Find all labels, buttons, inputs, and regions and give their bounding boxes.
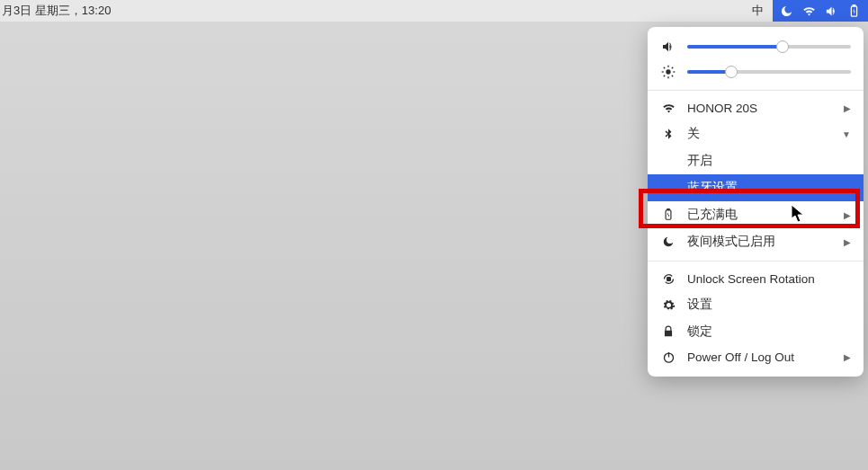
volume-slider-row bbox=[648, 34, 864, 59]
bluetooth-label: 关 bbox=[687, 126, 831, 142]
power-status-item[interactable]: 已充满电 ▶ bbox=[648, 201, 864, 228]
svg-line-10 bbox=[672, 67, 673, 68]
chevron-right-icon: ▶ bbox=[844, 103, 851, 113]
wifi-label: HONOR 20S bbox=[687, 102, 833, 115]
volume-icon bbox=[825, 4, 838, 18]
night-mode-icon bbox=[660, 235, 676, 248]
svg-line-5 bbox=[664, 67, 665, 68]
svg-line-6 bbox=[672, 75, 673, 76]
divider bbox=[648, 90, 864, 91]
top-bar: 月3日 星期三，13:20 中 bbox=[0, 0, 868, 22]
power-off-label: Power Off / Log Out bbox=[687, 350, 833, 364]
svg-rect-13 bbox=[667, 278, 670, 281]
bluetooth-menu-item[interactable]: 关 ▼ bbox=[648, 120, 864, 147]
power-status-label: 已充满电 bbox=[687, 207, 833, 223]
topbar-right: 中 bbox=[743, 0, 868, 22]
settings-label: 设置 bbox=[687, 297, 851, 313]
night-mode-item[interactable]: 夜间模式已启用 ▶ bbox=[648, 228, 864, 255]
rotation-lock-icon bbox=[660, 272, 676, 286]
brightness-icon bbox=[660, 65, 676, 79]
lock-icon bbox=[660, 325, 676, 338]
bluetooth-on-item[interactable]: 开启 bbox=[648, 147, 864, 174]
night-mode-icon bbox=[780, 4, 793, 18]
chevron-right-icon: ▶ bbox=[844, 352, 851, 362]
volume-slider[interactable] bbox=[687, 45, 851, 49]
brightness-slider-row bbox=[648, 59, 864, 84]
volume-icon bbox=[660, 40, 676, 54]
settings-item[interactable]: 设置 bbox=[648, 291, 864, 318]
chevron-right-icon: ▶ bbox=[844, 237, 851, 247]
battery-icon bbox=[847, 4, 861, 18]
system-menu-panel: HONOR 20S ▶ 关 ▼ 开启 蓝牙设置 已充满电 ▶ 夜间模式已启用 ▶… bbox=[648, 27, 864, 377]
power-icon bbox=[660, 350, 676, 364]
wifi-icon bbox=[660, 102, 676, 115]
night-mode-label: 夜间模式已启用 bbox=[687, 234, 833, 250]
system-tray[interactable] bbox=[773, 0, 868, 22]
svg-rect-1 bbox=[853, 4, 855, 5]
power-off-item[interactable]: Power Off / Log Out ▶ bbox=[648, 345, 864, 369]
chevron-down-icon: ▼ bbox=[842, 129, 851, 139]
svg-line-9 bbox=[664, 75, 665, 76]
divider bbox=[648, 261, 864, 262]
wifi-menu-item[interactable]: HONOR 20S ▶ bbox=[648, 96, 864, 120]
rotation-label: Unlock Screen Rotation bbox=[687, 272, 851, 286]
ime-indicator[interactable]: 中 bbox=[743, 0, 773, 22]
svg-rect-12 bbox=[667, 209, 669, 210]
wifi-icon bbox=[802, 4, 816, 18]
lock-item[interactable]: 锁定 bbox=[648, 318, 864, 345]
brightness-slider[interactable] bbox=[687, 70, 851, 74]
datetime-label: 月3日 星期三，13:20 bbox=[0, 3, 743, 19]
rotation-item[interactable]: Unlock Screen Rotation bbox=[648, 267, 864, 291]
gear-icon bbox=[660, 298, 676, 312]
bluetooth-icon bbox=[660, 128, 676, 140]
battery-icon bbox=[660, 208, 676, 221]
svg-point-2 bbox=[666, 69, 670, 74]
lock-label: 锁定 bbox=[687, 324, 851, 340]
chevron-right-icon: ▶ bbox=[844, 210, 851, 220]
bluetooth-settings-item[interactable]: 蓝牙设置 bbox=[648, 174, 864, 201]
